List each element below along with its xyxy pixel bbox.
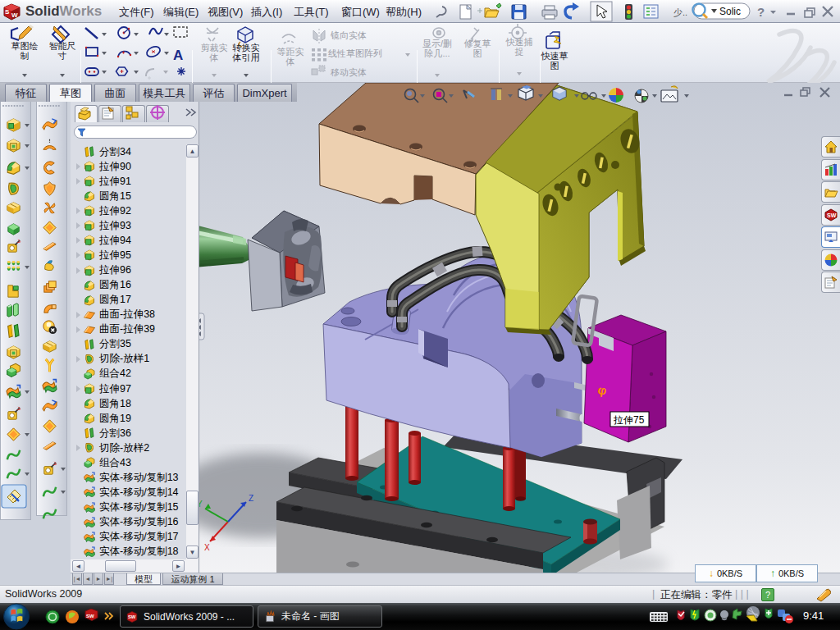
- svg-text:A: A: [173, 48, 183, 63]
- svg-text:SW: SW: [827, 212, 837, 218]
- svg-text:SW: SW: [86, 614, 94, 619]
- svg-text:少..: 少..: [673, 7, 687, 17]
- svg-text:?: ?: [757, 5, 765, 19]
- svg-text:W: W: [11, 11, 18, 19]
- svg-text:拉伸75: 拉伸75: [613, 414, 645, 426]
- svg-text:SW: SW: [128, 614, 136, 619]
- svg-text:Z: Z: [249, 494, 253, 503]
- svg-text:S: S: [5, 8, 10, 16]
- svg-text:9:41: 9:41: [803, 609, 824, 622]
- svg-text:X: X: [204, 543, 210, 552]
- svg-text:Solic: Solic: [719, 6, 741, 17]
